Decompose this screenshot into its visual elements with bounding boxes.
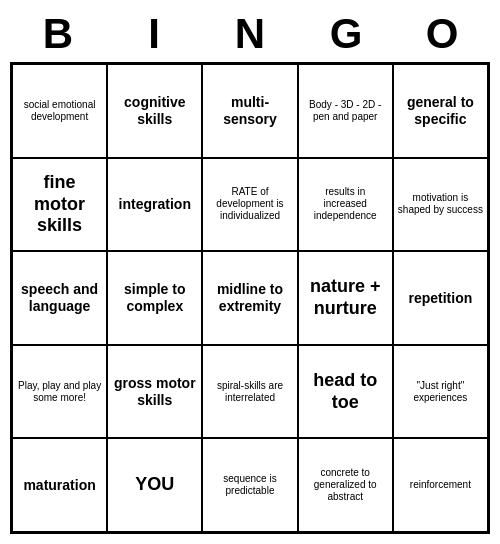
- bingo-title: B I N G O: [10, 10, 490, 58]
- cell-22: sequence is predictable: [202, 438, 297, 532]
- cell-17: spiral-skills are interrelated: [202, 345, 297, 439]
- cell-21: YOU: [107, 438, 202, 532]
- cell-2: multi-sensory: [202, 64, 297, 158]
- letter-b: B: [14, 10, 102, 58]
- cell-12: midline to extremity: [202, 251, 297, 345]
- cell-20: maturation: [12, 438, 107, 532]
- cell-14: repetition: [393, 251, 488, 345]
- cell-5: fine motor skills: [12, 158, 107, 252]
- letter-g: G: [302, 10, 390, 58]
- cell-23: concrete to generalized to abstract: [298, 438, 393, 532]
- cell-6: integration: [107, 158, 202, 252]
- cell-7: RATE of development is individualized: [202, 158, 297, 252]
- cell-18: head to toe: [298, 345, 393, 439]
- letter-o: O: [398, 10, 486, 58]
- cell-11: simple to complex: [107, 251, 202, 345]
- cell-16: gross motor skills: [107, 345, 202, 439]
- cell-19: "Just right" experiences: [393, 345, 488, 439]
- cell-8: results in increased independence: [298, 158, 393, 252]
- cell-24: reinforcement: [393, 438, 488, 532]
- cell-15: Play, play and play some more!: [12, 345, 107, 439]
- cell-10: speech and language: [12, 251, 107, 345]
- cell-3: Body - 3D - 2D - pen and paper: [298, 64, 393, 158]
- letter-n: N: [206, 10, 294, 58]
- letter-i: I: [110, 10, 198, 58]
- cell-0: social emotional development: [12, 64, 107, 158]
- cell-9: motivation is shaped by success: [393, 158, 488, 252]
- cell-1: cognitive skills: [107, 64, 202, 158]
- bingo-grid: social emotional developmentcognitive sk…: [10, 62, 490, 534]
- cell-4: general to specific: [393, 64, 488, 158]
- cell-13: nature + nurture: [298, 251, 393, 345]
